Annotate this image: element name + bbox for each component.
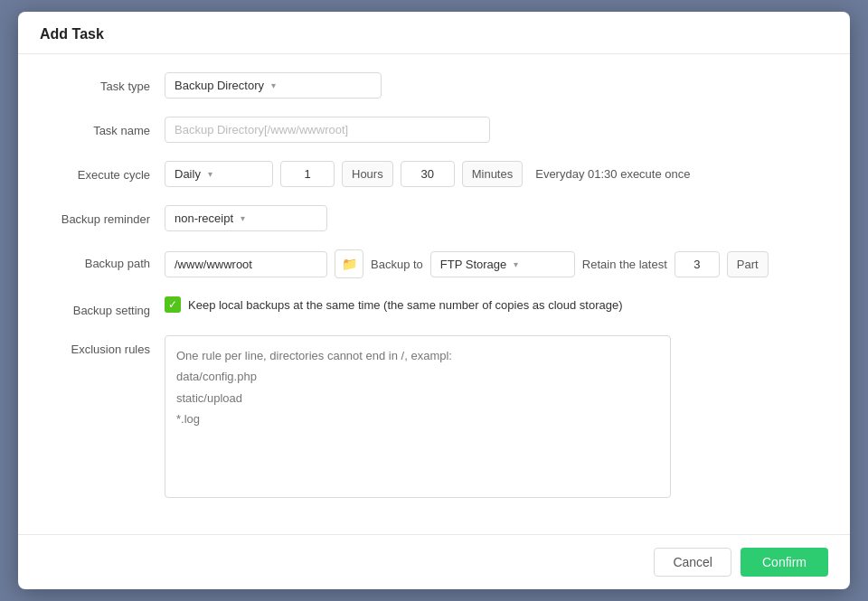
retain-label: Retain the latest <box>582 258 667 271</box>
exclusion-rules-label: Exclusion rules <box>47 335 165 356</box>
minutes-input[interactable] <box>401 161 455 187</box>
period-value: Daily <box>175 167 201 181</box>
backup-path-control: 📁 Backup to FTP Storage ▾ Retain the lat… <box>165 249 821 278</box>
task-type-control: Backup Directory ▾ <box>165 72 821 99</box>
chevron-down-icon: ▾ <box>271 80 276 90</box>
confirm-button[interactable]: Confirm <box>741 548 828 577</box>
task-type-row: Task type Backup Directory ▾ <box>47 72 821 99</box>
backup-setting-text: Keep local backups at the same time (the… <box>188 298 623 312</box>
period-select[interactable]: Daily ▾ <box>165 161 273 187</box>
task-name-control <box>165 117 821 143</box>
backup-setting-control: ✓ Keep local backups at the same time (t… <box>165 296 821 313</box>
folder-icon: 📁 <box>342 257 357 271</box>
task-type-label: Task type <box>47 72 165 93</box>
backup-setting-row: Backup setting ✓ Keep local backups at t… <box>47 296 821 317</box>
dialog-title: Add Task <box>18 12 850 54</box>
dialog-body: Task type Backup Directory ▾ Task name E… <box>18 54 850 534</box>
minutes-unit: Minutes <box>462 161 524 187</box>
task-name-input[interactable] <box>165 117 490 143</box>
backup-path-inputs: 📁 Backup to FTP Storage ▾ Retain the lat… <box>165 249 769 278</box>
dialog-footer: Cancel Confirm <box>18 534 850 589</box>
hours-input[interactable] <box>280 161 335 187</box>
backup-path-input[interactable] <box>165 251 327 277</box>
task-type-value: Backup Directory <box>175 79 264 92</box>
task-name-label: Task name <box>47 117 165 137</box>
keep-local-checkbox[interactable]: ✓ <box>165 296 181 313</box>
exclusion-rules-control <box>165 335 821 498</box>
task-name-row: Task name <box>47 117 821 143</box>
add-task-dialog: Add Task Task type Backup Directory ▾ Ta… <box>18 12 850 589</box>
backup-reminder-row: Backup reminder non-receipt ▾ <box>47 205 821 231</box>
execute-hint: Everyday 01:30 execute once <box>535 167 690 181</box>
cancel-button[interactable]: Cancel <box>654 548 731 577</box>
reminder-select[interactable]: non-receipt ▾ <box>165 205 327 231</box>
exclusion-rules-row: Exclusion rules <box>47 335 821 498</box>
chevron-down-icon: ▾ <box>208 169 212 179</box>
backup-path-label: Backup path <box>47 249 165 270</box>
check-icon: ✓ <box>168 298 177 311</box>
part-unit: Part <box>727 251 769 277</box>
task-type-select[interactable]: Backup Directory ▾ <box>165 72 382 99</box>
backup-reminder-label: Backup reminder <box>47 205 165 226</box>
backup-setting-checkbox-row: ✓ Keep local backups at the same time (t… <box>165 296 623 313</box>
storage-select[interactable]: FTP Storage ▾ <box>430 251 575 277</box>
backup-to-label: Backup to <box>371 258 423 271</box>
retain-input[interactable] <box>675 251 720 277</box>
execute-cycle-inputs: Daily ▾ Hours Minutes Everyday 01:30 exe… <box>165 161 691 187</box>
hours-unit: Hours <box>342 161 393 187</box>
execute-cycle-label: Execute cycle <box>47 161 165 182</box>
backup-path-row: Backup path 📁 Backup to FTP Storage ▾ Re… <box>47 249 821 278</box>
chevron-down-icon: ▾ <box>514 259 518 269</box>
chevron-down-icon: ▾ <box>241 213 245 223</box>
exclusion-rules-textarea[interactable] <box>165 335 671 498</box>
execute-cycle-row: Execute cycle Daily ▾ Hours Minutes Ever… <box>47 161 821 187</box>
reminder-value: non-receipt <box>175 211 233 225</box>
backup-setting-label: Backup setting <box>47 296 165 317</box>
execute-cycle-control: Daily ▾ Hours Minutes Everyday 01:30 exe… <box>165 161 821 187</box>
folder-browse-button[interactable]: 📁 <box>335 249 363 278</box>
storage-value: FTP Storage <box>440 258 506 271</box>
backup-reminder-control: non-receipt ▾ <box>165 205 821 231</box>
